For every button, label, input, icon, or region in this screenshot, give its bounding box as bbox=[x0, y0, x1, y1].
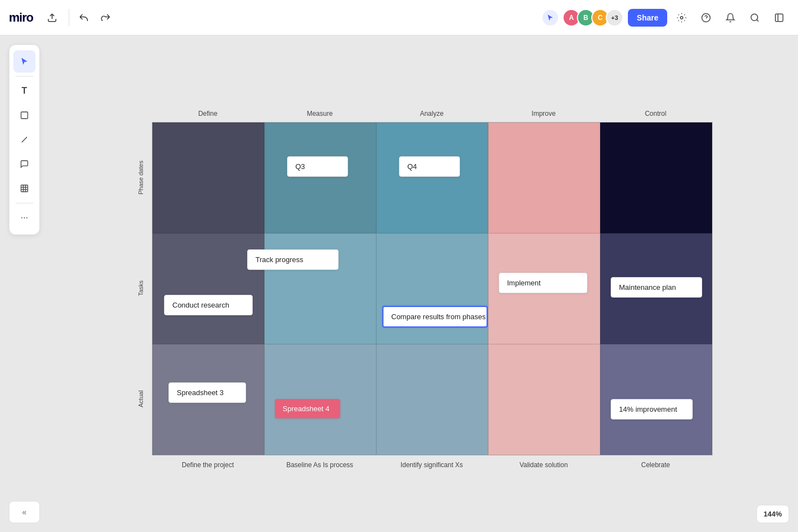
cell-2-3 bbox=[488, 344, 600, 455]
cell-0-1: Q3 bbox=[264, 122, 376, 233]
bottom-label-define: Define the project bbox=[152, 461, 264, 469]
collapse-panel-button[interactable]: « bbox=[9, 501, 40, 523]
grid-wrapper: Define Measure Analyze Improve Control P… bbox=[130, 110, 713, 469]
svg-rect-7 bbox=[21, 112, 28, 119]
svg-line-8 bbox=[22, 137, 27, 142]
logo: miro bbox=[9, 11, 33, 25]
redo-button[interactable] bbox=[96, 8, 116, 28]
cell-2-0: Spreadsheet 3 bbox=[152, 344, 264, 455]
avatar-more[interactable]: +3 bbox=[606, 9, 623, 27]
col-header-define: Define bbox=[152, 110, 264, 117]
row-label-tasks: Tasks bbox=[130, 233, 152, 344]
row-label-phase-dates: Phase dates bbox=[130, 122, 152, 233]
card-maintenance-plan[interactable]: Maintenance plan bbox=[611, 277, 702, 298]
col-header-improve: Improve bbox=[488, 110, 600, 117]
svg-line-4 bbox=[756, 19, 758, 21]
settings-button[interactable] bbox=[672, 8, 692, 28]
bottom-label-measure: Baseline As Is process bbox=[264, 461, 376, 469]
bell-button[interactable] bbox=[720, 8, 740, 28]
card-track-progress[interactable]: Track progress bbox=[247, 249, 339, 270]
bottom-label-control: Celebrate bbox=[600, 461, 712, 469]
upload-button[interactable] bbox=[42, 8, 62, 28]
svg-rect-9 bbox=[21, 185, 28, 192]
col-header-measure: Measure bbox=[264, 110, 376, 117]
cell-1-3: Implement bbox=[488, 233, 600, 344]
cell-0-0 bbox=[152, 122, 264, 233]
svg-point-3 bbox=[751, 14, 758, 21]
zoom-level: 144% bbox=[756, 505, 789, 523]
comment-tool[interactable] bbox=[13, 153, 35, 175]
cell-0-3 bbox=[488, 122, 600, 233]
cell-0-4 bbox=[600, 122, 712, 233]
bottom-labels: Define the project Baseline As Is proces… bbox=[152, 461, 713, 469]
col-header-analyze: Analyze bbox=[376, 110, 488, 117]
grid-body: Phase dates Tasks Actual Q3 Q4 Conduct r… bbox=[130, 122, 713, 456]
panel-button[interactable] bbox=[769, 8, 789, 28]
card-q4[interactable]: Q4 bbox=[399, 156, 460, 177]
cell-2-1: Spreadsheet 4 bbox=[264, 344, 376, 455]
card-improvement[interactable]: 14% improvement bbox=[611, 399, 693, 420]
share-button[interactable]: Share bbox=[628, 9, 667, 27]
card-implement[interactable]: Implement bbox=[499, 273, 587, 293]
col-header-control: Control bbox=[600, 110, 712, 117]
row-label-actual: Actual bbox=[130, 344, 152, 454]
card-spreadsheet3[interactable]: Spreadsheet 3 bbox=[168, 382, 246, 403]
card-q3[interactable]: Q3 bbox=[287, 156, 348, 177]
cell-1-4: Maintenance plan bbox=[600, 233, 712, 344]
bottom-label-analyze: Identify significant Xs bbox=[376, 461, 488, 469]
bottom-label-improve: Validate solution bbox=[488, 461, 600, 469]
grid: Q3 Q4 Conduct research Track progress Co… bbox=[152, 122, 713, 456]
cursor-flag-icon bbox=[543, 10, 558, 25]
note-tool[interactable] bbox=[13, 104, 35, 126]
row-labels: Phase dates Tasks Actual bbox=[130, 122, 152, 456]
cell-1-2: Compare results from phases bbox=[376, 233, 488, 344]
cell-2-2 bbox=[376, 344, 488, 455]
cell-0-2: Q4 bbox=[376, 122, 488, 233]
tool-separator-1 bbox=[16, 76, 33, 76]
tool-separator-2 bbox=[16, 203, 33, 203]
col-headers: Define Measure Analyze Improve Control bbox=[152, 110, 713, 117]
pen-tool[interactable] bbox=[13, 129, 35, 151]
toolbar: T ··· bbox=[9, 44, 40, 235]
topbar-right: A B C +3 Share bbox=[543, 8, 789, 28]
cell-1-1: Track progress bbox=[264, 233, 376, 344]
svg-rect-5 bbox=[775, 14, 783, 22]
card-compare-results[interactable]: Compare results from phases bbox=[382, 306, 488, 328]
card-spreadsheet4[interactable]: Spreadsheet 4 bbox=[275, 399, 340, 418]
canvas[interactable]: Define Measure Analyze Improve Control P… bbox=[0, 35, 798, 532]
more-tools[interactable]: ··· bbox=[13, 207, 35, 229]
cell-2-4: 14% improvement bbox=[600, 344, 712, 455]
help-button[interactable] bbox=[696, 8, 716, 28]
text-tool[interactable]: T bbox=[13, 80, 35, 102]
card-conduct-research[interactable]: Conduct research bbox=[164, 295, 253, 315]
frame-tool[interactable] bbox=[13, 177, 35, 200]
avatar-group: A B C +3 bbox=[562, 9, 623, 27]
topbar: miro A B C +3 Share bbox=[0, 0, 798, 35]
collapse-icon: « bbox=[22, 508, 27, 516]
separator bbox=[69, 9, 69, 27]
svg-point-1 bbox=[681, 16, 683, 19]
search-button[interactable] bbox=[745, 8, 765, 28]
undo-button[interactable] bbox=[74, 8, 94, 28]
cursor-tool[interactable] bbox=[13, 50, 35, 73]
